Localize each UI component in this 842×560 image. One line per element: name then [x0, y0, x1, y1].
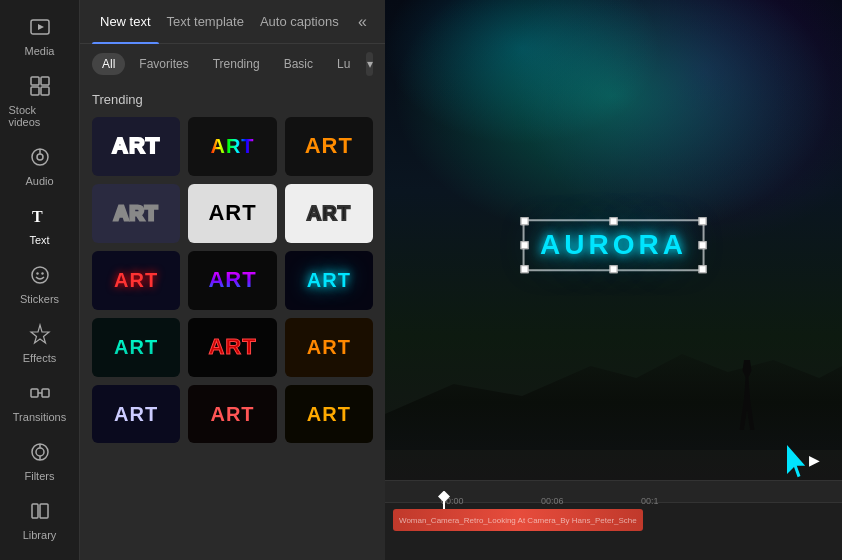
svg-rect-5 — [41, 87, 49, 95]
svg-marker-1 — [38, 24, 44, 30]
resize-handle-bm[interactable] — [609, 265, 617, 273]
art-card-white-thick[interactable]: ART — [92, 184, 180, 243]
resize-handle-tm[interactable] — [609, 217, 617, 225]
tab-new-text[interactable]: New text — [92, 0, 159, 44]
timeline-tracks: Woman_Camera_Retro_Looking At Camera_By … — [385, 503, 842, 560]
filter-trending[interactable]: Trending — [203, 53, 270, 75]
art-card-cyan-neon[interactable]: ART — [285, 251, 373, 310]
svg-point-17 — [36, 448, 44, 456]
svg-text:T: T — [32, 208, 43, 225]
stickers-icon — [29, 264, 51, 289]
sidebar-item-label: Library — [23, 529, 57, 541]
text-icon: T — [29, 205, 51, 230]
svg-marker-13 — [31, 325, 49, 343]
svg-point-11 — [36, 272, 38, 274]
art-card-white-outline[interactable]: ART — [92, 117, 180, 176]
sidebar-item-label: Filters — [25, 470, 55, 482]
sidebar-item-label: Media — [25, 45, 55, 57]
video-preview: AURORA ▶ — [385, 0, 842, 480]
library-icon — [29, 500, 51, 525]
sidebar: Media Stock videos Audio T — [0, 0, 80, 560]
art-card-teal-gradient[interactable]: ART — [92, 318, 180, 377]
transitions-icon — [29, 382, 51, 407]
art-card-row5-3[interactable]: ART — [285, 385, 373, 444]
art-card-rainbow[interactable]: ART — [188, 117, 276, 176]
sidebar-item-library[interactable]: Library — [5, 492, 75, 549]
sidebar-item-stickers[interactable]: Stickers — [5, 256, 75, 313]
section-title-trending: Trending — [92, 92, 373, 107]
resize-handle-bl[interactable] — [520, 265, 528, 273]
sidebar-item-media[interactable]: Media — [5, 8, 75, 65]
svg-rect-14 — [31, 389, 38, 397]
art-card-black-outline[interactable]: ART — [188, 184, 276, 243]
sidebar-item-filters[interactable]: Filters — [5, 433, 75, 490]
filter-basic[interactable]: Basic — [274, 53, 323, 75]
main-area: AURORA ▶ 00:00 00:06 00:1 — [385, 0, 842, 560]
panel-tabs: New text Text template Auto captions « — [80, 0, 385, 44]
play-button[interactable]: ▶ — [802, 448, 826, 472]
filter-all[interactable]: All — [92, 53, 125, 75]
preview-area: AURORA ▶ — [385, 0, 842, 480]
filters-icon — [29, 441, 51, 466]
art-card-purple-rainbow[interactable]: ART — [188, 251, 276, 310]
tab-text-template[interactable]: Text template — [159, 0, 252, 44]
sidebar-item-effects[interactable]: Effects — [5, 315, 75, 372]
svg-point-7 — [37, 154, 43, 160]
sidebar-item-stock[interactable]: Stock videos — [5, 67, 75, 136]
timeline-ruler: 00:00 00:06 00:1 — [385, 481, 842, 503]
svg-rect-20 — [32, 504, 38, 518]
resize-handle-tl[interactable] — [520, 217, 528, 225]
sidebar-item-text[interactable]: T Text — [5, 197, 75, 254]
svg-rect-15 — [42, 389, 49, 397]
sidebar-item-label: Stickers — [20, 293, 59, 305]
aurora-text: AURORA — [540, 229, 687, 260]
sidebar-item-label: Text — [29, 234, 49, 246]
text-panel: New text Text template Auto captions « A… — [80, 0, 385, 560]
filter-more-button[interactable]: ▾ — [366, 52, 373, 76]
art-card-red-gradient[interactable]: ART — [92, 251, 180, 310]
panel-content: Trending ART ART ART ART ART ART — [80, 84, 385, 560]
resize-handle-mr[interactable] — [699, 241, 707, 249]
tab-auto-captions[interactable]: Auto captions — [252, 0, 347, 44]
art-card-orange-solid[interactable]: ART — [285, 318, 373, 377]
svg-rect-21 — [40, 504, 48, 518]
effects-icon — [29, 323, 51, 348]
stock-icon — [29, 75, 51, 100]
sidebar-item-label: Stock videos — [9, 104, 71, 128]
art-card-row5-2[interactable]: ART — [188, 385, 276, 444]
sidebar-item-transitions[interactable]: Transitions — [5, 374, 75, 431]
sidebar-item-label: Effects — [23, 352, 56, 364]
sidebar-item-label: Transitions — [13, 411, 66, 423]
sidebar-item-label: Audio — [25, 175, 53, 187]
filter-lu[interactable]: Lu — [327, 53, 360, 75]
svg-rect-2 — [31, 77, 39, 85]
art-card-red-outline[interactable]: ART — [188, 318, 276, 377]
svg-rect-4 — [31, 87, 39, 95]
art-card-orange[interactable]: ART — [285, 117, 373, 176]
audio-icon — [29, 146, 51, 171]
media-icon — [29, 16, 51, 41]
timeline: 00:00 00:06 00:1 Woman_Camera_Retro_Look… — [385, 480, 842, 560]
video-clip[interactable]: Woman_Camera_Retro_Looking At Camera_By … — [393, 509, 643, 531]
svg-point-10 — [32, 267, 48, 283]
art-card-row5-1[interactable]: ART — [92, 385, 180, 444]
aurora-text-container[interactable]: AURORA — [522, 219, 705, 271]
filter-bar: All Favorites Trending Basic Lu ▾ — [80, 44, 385, 84]
collapse-tabs-button[interactable]: « — [352, 9, 373, 35]
art-grid: ART ART ART ART ART ART ART AR — [92, 117, 373, 443]
art-card-black-plain[interactable]: ART — [285, 184, 373, 243]
svg-point-12 — [41, 272, 43, 274]
svg-rect-3 — [41, 77, 49, 85]
filter-favorites[interactable]: Favorites — [129, 53, 198, 75]
sidebar-item-audio[interactable]: Audio — [5, 138, 75, 195]
resize-handle-br[interactable] — [699, 265, 707, 273]
resize-handle-ml[interactable] — [520, 241, 528, 249]
resize-handle-tr[interactable] — [699, 217, 707, 225]
